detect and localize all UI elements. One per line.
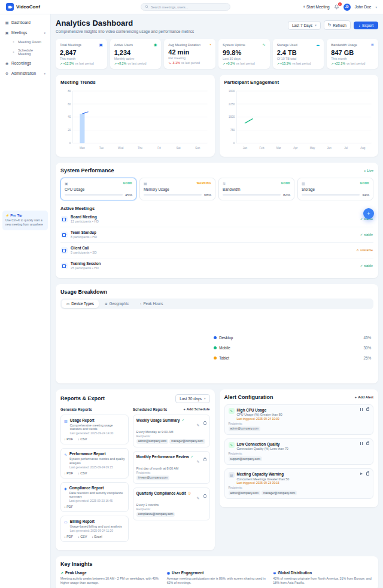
metric-card[interactable]: ▥ GOOD Storage 34% bbox=[297, 178, 373, 200]
report-format-buttons: PDFCSV bbox=[64, 437, 125, 441]
stat-value: 99.8% bbox=[223, 49, 266, 56]
trash-icon[interactable] bbox=[203, 422, 206, 425]
stat-sublabel: This month bbox=[331, 57, 374, 60]
refresh-button[interactable]: Refresh bbox=[324, 20, 351, 30]
download-format-button[interactable]: Excel bbox=[92, 535, 102, 538]
notification-badge: 3 bbox=[338, 2, 342, 6]
report-name: Performance Report bbox=[69, 452, 125, 456]
sidebar-item[interactable]: ▫ Meeting Room bbox=[0, 38, 50, 46]
metric-card[interactable]: ▣ GOOD CPU Usage 45% bbox=[60, 178, 136, 200]
metric-card[interactable]: ≋ GOOD Bandwidth 82% bbox=[218, 178, 294, 200]
meetings-icon: ▣ bbox=[5, 31, 9, 35]
usage-tab[interactable]: ⊕ Geographic bbox=[100, 300, 133, 308]
export-button[interactable]: Export bbox=[354, 22, 378, 29]
report-description: Usage-based billing and cost analysis bbox=[70, 525, 122, 529]
trash-icon[interactable] bbox=[366, 442, 369, 446]
insight-title: Global Distribution bbox=[278, 571, 312, 575]
brand-name: VideoConf bbox=[16, 4, 40, 10]
recipient-chips: admin@company.com bbox=[229, 426, 370, 431]
generate-reports-title: Generate Reports bbox=[60, 407, 129, 412]
meeting-meta: 8 participants • HD bbox=[71, 235, 97, 239]
download-format-button[interactable]: PDF bbox=[64, 535, 73, 538]
alert-name: Low Connection Quality bbox=[237, 442, 288, 446]
plus-icon bbox=[367, 211, 370, 217]
svg-text:Aug: Aug bbox=[360, 147, 366, 150]
chevron-down-icon[interactable] bbox=[375, 5, 377, 9]
trash-icon[interactable] bbox=[203, 495, 206, 498]
download-format-button[interactable]: CSV bbox=[78, 535, 87, 538]
active-meeting-row[interactable]: Team Standup 8 participants • HD stable bbox=[60, 227, 373, 243]
download-format-button[interactable]: PDF bbox=[64, 471, 73, 475]
sidebar-item[interactable]: ▦ Dashboard bbox=[0, 17, 50, 28]
trash-icon[interactable] bbox=[366, 408, 369, 412]
active-meeting-row[interactable]: Board Meeting 12 participants • HD stabl… bbox=[60, 212, 373, 227]
svg-text:3000: 3000 bbox=[229, 90, 235, 93]
connection-status-icon bbox=[356, 248, 359, 252]
notifications-button[interactable]: 3 bbox=[334, 4, 339, 10]
stat-cards: Total Meetings ▣ 2,847 This month +12.5%… bbox=[56, 39, 378, 69]
stat-sublabel: This month bbox=[60, 57, 103, 60]
report-last-generated: Last generated: 2025-09-23 16:45 bbox=[69, 499, 125, 502]
legend-dot-icon bbox=[214, 346, 217, 349]
download-format-button[interactable]: PDF bbox=[64, 437, 73, 441]
metric-value: 34% bbox=[362, 193, 369, 197]
trash-icon[interactable] bbox=[366, 472, 369, 476]
sidebar-item[interactable]: ⚙ Administration bbox=[0, 68, 50, 78]
meeting-meta: 25 participants • HD bbox=[71, 266, 101, 270]
trend-arrow-icon bbox=[60, 62, 62, 65]
active-meeting-row[interactable]: Client Call 5 participants • SD unstable bbox=[60, 243, 373, 258]
reports-range-select[interactable]: Last 30 days bbox=[175, 394, 209, 403]
edit-icon[interactable] bbox=[196, 418, 199, 429]
progress-track bbox=[65, 194, 123, 196]
svg-text:1500: 1500 bbox=[229, 115, 235, 118]
add-alert-button[interactable]: Add Alert bbox=[355, 395, 373, 399]
chevron-down-icon bbox=[204, 397, 206, 400]
stat-sublabel: Of 10 TB total bbox=[277, 57, 320, 60]
videoconf-logo bbox=[6, 3, 14, 11]
system-performance-card: System Performance Live ▣ GOOD CPU Usage… bbox=[56, 163, 378, 278]
download-format-button[interactable]: PDF bbox=[64, 505, 73, 508]
scheduled-reports-title: Scheduled Reports bbox=[133, 407, 167, 412]
usage-tab[interactable]: ▭ Device Types bbox=[62, 300, 99, 308]
usage-tabbar: ▭ Device Types ⊕ Geographic ◔ Peak Hours bbox=[60, 298, 373, 309]
insight-item: ◉ User Engagement Average meeting partic… bbox=[167, 571, 268, 586]
pro-tip-title: Pro Tip bbox=[10, 214, 22, 217]
add-schedule-button[interactable]: Add Schedule bbox=[183, 407, 209, 411]
edit-icon[interactable] bbox=[196, 455, 199, 465]
camera-icon bbox=[61, 231, 68, 238]
download-format-button[interactable]: CSV bbox=[78, 471, 87, 475]
sidebar-item-label: Recordings bbox=[11, 61, 31, 65]
activity-icon: ∿ bbox=[262, 42, 265, 47]
edit-icon[interactable] bbox=[196, 491, 199, 502]
memory-icon: ▤ bbox=[144, 181, 147, 185]
play-icon[interactable] bbox=[360, 473, 363, 475]
sidebar-item[interactable]: ◉ Recordings bbox=[0, 58, 50, 68]
svg-text:Mar: Mar bbox=[276, 147, 281, 150]
usage-tab[interactable]: ◔ Peak Hours bbox=[135, 300, 168, 308]
report-name: Usage Report bbox=[70, 418, 125, 422]
pause-icon[interactable] bbox=[360, 408, 363, 411]
progress-track bbox=[144, 194, 202, 196]
metric-card[interactable]: ▤ WARNING Memory Usage 68% bbox=[139, 178, 215, 200]
sidebar-item[interactable]: ▣ Meetings bbox=[0, 28, 50, 38]
plus-icon bbox=[303, 5, 305, 9]
meeting-name: Team Standup bbox=[71, 230, 97, 234]
engagement-icon: ◉ bbox=[167, 571, 170, 575]
active-meeting-row[interactable]: Training Session 25 participants • HD st… bbox=[60, 258, 373, 273]
start-meeting-button[interactable]: Start Meeting bbox=[303, 5, 329, 9]
sidebar-item[interactable]: ▫ Schedule Meeting bbox=[0, 46, 50, 58]
stat-card: Storage Used ☁ 2.4 TB Of 10 TB total +15… bbox=[273, 39, 324, 69]
avatar[interactable]: JD bbox=[344, 4, 351, 11]
pause-icon[interactable] bbox=[360, 442, 363, 445]
trend-arrow-icon bbox=[114, 62, 117, 65]
date-range-select[interactable]: Last 7 Days bbox=[288, 21, 321, 30]
insight-title: Peak Usage bbox=[65, 571, 86, 575]
new-meeting-fab[interactable] bbox=[363, 208, 374, 219]
insight-text: Meeting activity peaks between 10 AM - 2… bbox=[60, 577, 161, 586]
alert-card: ∿ Low Connection Quality Connection Qual… bbox=[224, 438, 374, 465]
pro-tip-card: Pro Tip Use Ctrl+K to quickly start a ne… bbox=[2, 211, 48, 230]
trash-icon[interactable] bbox=[203, 458, 206, 462]
download-format-button[interactable]: CSV bbox=[78, 437, 87, 441]
search-input[interactable]: Search meetings, users... bbox=[141, 3, 230, 11]
stat-trend: +0.2% vs last period bbox=[223, 62, 266, 65]
